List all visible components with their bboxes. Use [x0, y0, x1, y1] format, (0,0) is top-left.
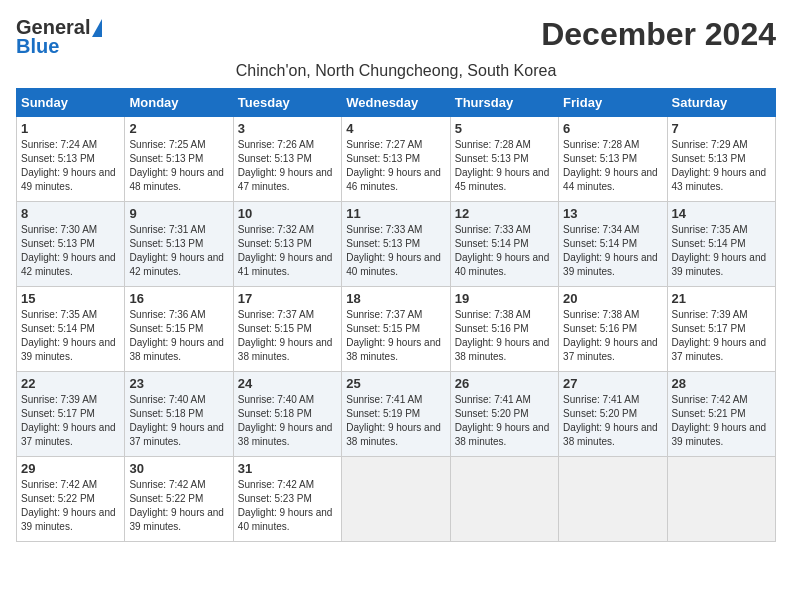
- table-cell: 24Sunrise: 7:40 AM Sunset: 5:18 PM Dayli…: [233, 372, 341, 457]
- day-number: 14: [672, 206, 771, 221]
- header-tuesday: Tuesday: [233, 89, 341, 117]
- day-number: 23: [129, 376, 228, 391]
- page-header: General Blue December 2024: [16, 16, 776, 58]
- day-number: 12: [455, 206, 554, 221]
- day-number: 19: [455, 291, 554, 306]
- day-info: Sunrise: 7:25 AM Sunset: 5:13 PM Dayligh…: [129, 138, 228, 194]
- table-cell: 25Sunrise: 7:41 AM Sunset: 5:19 PM Dayli…: [342, 372, 450, 457]
- table-cell: 22Sunrise: 7:39 AM Sunset: 5:17 PM Dayli…: [17, 372, 125, 457]
- logo-triangle-icon: [92, 19, 102, 37]
- weekday-header-row: Sunday Monday Tuesday Wednesday Thursday…: [17, 89, 776, 117]
- table-cell: 30Sunrise: 7:42 AM Sunset: 5:22 PM Dayli…: [125, 457, 233, 542]
- table-cell: 6Sunrise: 7:28 AM Sunset: 5:13 PM Daylig…: [559, 117, 667, 202]
- day-info: Sunrise: 7:41 AM Sunset: 5:20 PM Dayligh…: [455, 393, 554, 449]
- day-info: Sunrise: 7:35 AM Sunset: 5:14 PM Dayligh…: [672, 223, 771, 279]
- header-sunday: Sunday: [17, 89, 125, 117]
- day-info: Sunrise: 7:40 AM Sunset: 5:18 PM Dayligh…: [129, 393, 228, 449]
- table-cell: 29Sunrise: 7:42 AM Sunset: 5:22 PM Dayli…: [17, 457, 125, 542]
- day-number: 24: [238, 376, 337, 391]
- day-number: 25: [346, 376, 445, 391]
- table-cell: 11Sunrise: 7:33 AM Sunset: 5:13 PM Dayli…: [342, 202, 450, 287]
- table-cell: 18Sunrise: 7:37 AM Sunset: 5:15 PM Dayli…: [342, 287, 450, 372]
- day-number: 28: [672, 376, 771, 391]
- table-cell: 9Sunrise: 7:31 AM Sunset: 5:13 PM Daylig…: [125, 202, 233, 287]
- day-info: Sunrise: 7:41 AM Sunset: 5:20 PM Dayligh…: [563, 393, 662, 449]
- table-cell: 5Sunrise: 7:28 AM Sunset: 5:13 PM Daylig…: [450, 117, 558, 202]
- table-cell: 20Sunrise: 7:38 AM Sunset: 5:16 PM Dayli…: [559, 287, 667, 372]
- header-friday: Friday: [559, 89, 667, 117]
- day-info: Sunrise: 7:32 AM Sunset: 5:13 PM Dayligh…: [238, 223, 337, 279]
- day-info: Sunrise: 7:36 AM Sunset: 5:15 PM Dayligh…: [129, 308, 228, 364]
- table-cell: 19Sunrise: 7:38 AM Sunset: 5:16 PM Dayli…: [450, 287, 558, 372]
- day-info: Sunrise: 7:37 AM Sunset: 5:15 PM Dayligh…: [238, 308, 337, 364]
- week-row-2: 8Sunrise: 7:30 AM Sunset: 5:13 PM Daylig…: [17, 202, 776, 287]
- day-info: Sunrise: 7:27 AM Sunset: 5:13 PM Dayligh…: [346, 138, 445, 194]
- day-info: Sunrise: 7:42 AM Sunset: 5:22 PM Dayligh…: [21, 478, 120, 534]
- day-info: Sunrise: 7:41 AM Sunset: 5:19 PM Dayligh…: [346, 393, 445, 449]
- logo-blue-text: Blue: [16, 35, 59, 58]
- day-number: 16: [129, 291, 228, 306]
- day-info: Sunrise: 7:29 AM Sunset: 5:13 PM Dayligh…: [672, 138, 771, 194]
- day-number: 9: [129, 206, 228, 221]
- table-cell: 7Sunrise: 7:29 AM Sunset: 5:13 PM Daylig…: [667, 117, 775, 202]
- day-info: Sunrise: 7:42 AM Sunset: 5:21 PM Dayligh…: [672, 393, 771, 449]
- day-info: Sunrise: 7:26 AM Sunset: 5:13 PM Dayligh…: [238, 138, 337, 194]
- day-number: 5: [455, 121, 554, 136]
- day-number: 11: [346, 206, 445, 221]
- day-number: 22: [21, 376, 120, 391]
- table-cell: 27Sunrise: 7:41 AM Sunset: 5:20 PM Dayli…: [559, 372, 667, 457]
- day-number: 2: [129, 121, 228, 136]
- day-number: 15: [21, 291, 120, 306]
- day-number: 13: [563, 206, 662, 221]
- header-thursday: Thursday: [450, 89, 558, 117]
- day-number: 18: [346, 291, 445, 306]
- table-cell: 13Sunrise: 7:34 AM Sunset: 5:14 PM Dayli…: [559, 202, 667, 287]
- table-cell: 8Sunrise: 7:30 AM Sunset: 5:13 PM Daylig…: [17, 202, 125, 287]
- table-cell: 17Sunrise: 7:37 AM Sunset: 5:15 PM Dayli…: [233, 287, 341, 372]
- table-cell: 21Sunrise: 7:39 AM Sunset: 5:17 PM Dayli…: [667, 287, 775, 372]
- day-info: Sunrise: 7:39 AM Sunset: 5:17 PM Dayligh…: [672, 308, 771, 364]
- day-info: Sunrise: 7:40 AM Sunset: 5:18 PM Dayligh…: [238, 393, 337, 449]
- week-row-5: 29Sunrise: 7:42 AM Sunset: 5:22 PM Dayli…: [17, 457, 776, 542]
- day-number: 7: [672, 121, 771, 136]
- day-info: Sunrise: 7:33 AM Sunset: 5:14 PM Dayligh…: [455, 223, 554, 279]
- day-number: 3: [238, 121, 337, 136]
- day-info: Sunrise: 7:28 AM Sunset: 5:13 PM Dayligh…: [563, 138, 662, 194]
- table-cell: 14Sunrise: 7:35 AM Sunset: 5:14 PM Dayli…: [667, 202, 775, 287]
- day-info: Sunrise: 7:42 AM Sunset: 5:22 PM Dayligh…: [129, 478, 228, 534]
- table-cell: 1Sunrise: 7:24 AM Sunset: 5:13 PM Daylig…: [17, 117, 125, 202]
- day-info: Sunrise: 7:28 AM Sunset: 5:13 PM Dayligh…: [455, 138, 554, 194]
- day-info: Sunrise: 7:42 AM Sunset: 5:23 PM Dayligh…: [238, 478, 337, 534]
- day-number: 31: [238, 461, 337, 476]
- day-info: Sunrise: 7:39 AM Sunset: 5:17 PM Dayligh…: [21, 393, 120, 449]
- table-cell: 2Sunrise: 7:25 AM Sunset: 5:13 PM Daylig…: [125, 117, 233, 202]
- table-cell: 28Sunrise: 7:42 AM Sunset: 5:21 PM Dayli…: [667, 372, 775, 457]
- day-info: Sunrise: 7:38 AM Sunset: 5:16 PM Dayligh…: [455, 308, 554, 364]
- table-cell: [450, 457, 558, 542]
- week-row-1: 1Sunrise: 7:24 AM Sunset: 5:13 PM Daylig…: [17, 117, 776, 202]
- table-cell: 16Sunrise: 7:36 AM Sunset: 5:15 PM Dayli…: [125, 287, 233, 372]
- table-cell: 15Sunrise: 7:35 AM Sunset: 5:14 PM Dayli…: [17, 287, 125, 372]
- table-cell: 12Sunrise: 7:33 AM Sunset: 5:14 PM Dayli…: [450, 202, 558, 287]
- table-cell: 3Sunrise: 7:26 AM Sunset: 5:13 PM Daylig…: [233, 117, 341, 202]
- day-number: 17: [238, 291, 337, 306]
- day-info: Sunrise: 7:35 AM Sunset: 5:14 PM Dayligh…: [21, 308, 120, 364]
- header-monday: Monday: [125, 89, 233, 117]
- day-number: 8: [21, 206, 120, 221]
- day-info: Sunrise: 7:31 AM Sunset: 5:13 PM Dayligh…: [129, 223, 228, 279]
- day-number: 10: [238, 206, 337, 221]
- header-wednesday: Wednesday: [342, 89, 450, 117]
- day-info: Sunrise: 7:37 AM Sunset: 5:15 PM Dayligh…: [346, 308, 445, 364]
- table-cell: 23Sunrise: 7:40 AM Sunset: 5:18 PM Dayli…: [125, 372, 233, 457]
- location-title: Chinch'on, North Chungcheong, South Kore…: [16, 62, 776, 80]
- day-number: 1: [21, 121, 120, 136]
- header-saturday: Saturday: [667, 89, 775, 117]
- day-number: 21: [672, 291, 771, 306]
- table-cell: 31Sunrise: 7:42 AM Sunset: 5:23 PM Dayli…: [233, 457, 341, 542]
- day-info: Sunrise: 7:30 AM Sunset: 5:13 PM Dayligh…: [21, 223, 120, 279]
- week-row-3: 15Sunrise: 7:35 AM Sunset: 5:14 PM Dayli…: [17, 287, 776, 372]
- day-info: Sunrise: 7:34 AM Sunset: 5:14 PM Dayligh…: [563, 223, 662, 279]
- month-title: December 2024: [541, 16, 776, 53]
- table-cell: 4Sunrise: 7:27 AM Sunset: 5:13 PM Daylig…: [342, 117, 450, 202]
- logo: General Blue: [16, 16, 102, 58]
